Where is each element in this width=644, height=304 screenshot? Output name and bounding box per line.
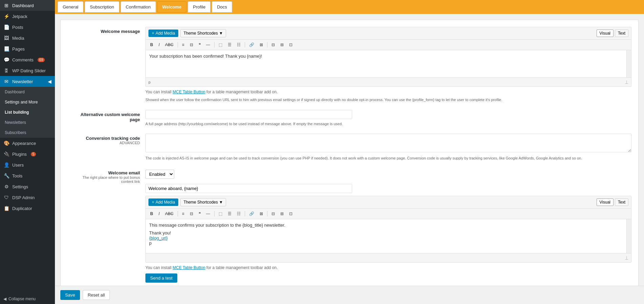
main-content: General Subscription Confirmation Welcom… <box>55 0 644 304</box>
plugins-icon: 🔌 <box>3 151 9 157</box>
sidebar-item-comments[interactable]: 💬 Comments 69 <box>0 54 55 65</box>
editor-footer-1: p ⟂ <box>146 77 631 87</box>
sidebar-item-duplicator[interactable]: 📋 Duplicator <box>0 203 55 214</box>
we-mce-table-button-link[interactable]: MCE Table Button <box>173 265 205 270</box>
fullscreen-button[interactable]: ⊡ <box>287 41 295 49</box>
more-button[interactable]: ⊞ <box>278 41 286 49</box>
sidebar-item-nl-subscribers[interactable]: Subscribers <box>0 128 55 138</box>
welcome-email-editor-body[interactable]: This message confirms your subscription … <box>146 219 631 253</box>
welcome-email-visual-mode-button[interactable]: Visual <box>597 198 613 206</box>
reset-all-button[interactable]: Reset all <box>83 290 110 300</box>
posts-icon: 📄 <box>3 24 9 30</box>
theme-shortcodes-button[interactable]: Theme Shortcodes ▼ <box>180 29 226 37</box>
strikethrough-button[interactable]: ABC <box>163 41 176 49</box>
sidebar-item-jetpack[interactable]: ⚡ Jetpack <box>0 11 55 22</box>
we-table-button[interactable]: ⊟ <box>269 210 277 217</box>
blockquote-button[interactable]: ❝ <box>196 41 203 49</box>
align-left-button[interactable]: ⬚ <box>216 41 225 49</box>
mce-table-button-link[interactable]: MCE Table Button <box>173 90 205 94</box>
we-hr-button[interactable]: — <box>204 210 213 217</box>
we-link-button[interactable]: 🔗 <box>247 210 257 217</box>
sidebar-item-dashboard[interactable]: ⊞ Dashboard <box>0 0 55 11</box>
plus-icon-2: + <box>152 200 154 205</box>
editor-top-left: + Add Media Theme Shortcodes ▼ <box>148 29 226 37</box>
we-align-right-button[interactable]: ☷ <box>235 210 243 217</box>
welcome-email-add-media-button[interactable]: + Add Media <box>148 198 178 206</box>
conversion-tracking-textarea[interactable] <box>145 134 631 152</box>
sidebar-item-pages[interactable]: 📃 Pages <box>0 43 55 54</box>
we-align-center-button[interactable]: ☰ <box>225 210 234 217</box>
welcome-email-line3: {blog_url} <box>149 235 628 241</box>
hr-button[interactable]: — <box>204 41 213 49</box>
editor-mode-buttons: Visual Text <box>597 30 628 37</box>
alternative-welcome-input[interactable] <box>145 110 352 119</box>
toolbar-sep-4 <box>267 42 267 48</box>
we-more-button[interactable]: ⊞ <box>278 210 286 217</box>
welcome-message-editor: + Add Media Theme Shortcodes ▼ Visual Te… <box>145 27 631 87</box>
editor-scrollbar[interactable] <box>626 50 631 77</box>
align-right-button[interactable]: ☷ <box>235 41 243 49</box>
send-test-button[interactable]: Send a test <box>145 273 177 283</box>
welcome-email-text-mode-button[interactable]: Text <box>615 198 628 206</box>
sidebar-item-settings[interactable]: ⚙ Settings <box>0 181 55 192</box>
sidebar-item-media[interactable]: 🖼 Media <box>0 33 55 43</box>
sidebar-item-users[interactable]: 👤 Users <box>0 159 55 170</box>
sidebar-item-nl-dashboard[interactable]: Dashboard <box>0 87 55 97</box>
table-button[interactable]: ⊟ <box>269 41 277 49</box>
sidebar-item-dsp-admin[interactable]: 🛡 DSP Admin <box>0 192 55 203</box>
text-mode-button[interactable]: Text <box>615 30 628 37</box>
we-bold-button[interactable]: B <box>148 210 156 217</box>
unlink-button[interactable]: ⊠ <box>257 41 265 49</box>
sidebar-item-newsletter[interactable]: ✉ Newsletter ◀ <box>0 76 55 87</box>
tab-welcome[interactable]: Welcome <box>157 1 187 13</box>
we-ol-button[interactable]: ⊟ <box>187 210 196 217</box>
sidebar-item-plugins[interactable]: 🔌 Plugins 5 <box>0 149 55 159</box>
sidebar-item-tools[interactable]: 🔧 Tools <box>0 170 55 181</box>
sidebar-item-appearance[interactable]: 🎨 Appearance <box>0 138 55 149</box>
tab-confirmation[interactable]: Confirmation <box>121 1 156 13</box>
footer-actions: Save Reset all <box>55 286 644 304</box>
we-strikethrough-button[interactable]: ABC <box>163 210 176 217</box>
ul-button[interactable]: ≡ <box>180 41 187 49</box>
alternative-welcome-label: Alternative custom welcome page <box>67 110 145 122</box>
welcome-email-theme-shortcodes-button[interactable]: Theme Shortcodes ▼ <box>180 198 226 206</box>
sidebar-item-nl-newsletters[interactable]: Newsletters <box>0 117 55 128</box>
sidebar-item-nl-list-building[interactable]: List building <box>0 107 55 117</box>
welcome-message-editor-body[interactable]: Your subscription has been confirmed! Th… <box>146 50 631 77</box>
tab-docs[interactable]: Docs <box>212 1 232 13</box>
resize-handle[interactable]: ⟂ <box>625 79 628 85</box>
editor-top-bar: + Add Media Theme Shortcodes ▼ Visual Te… <box>146 27 631 40</box>
tab-profile[interactable]: Profile <box>188 1 210 13</box>
we-blockquote-button[interactable]: ❝ <box>196 210 203 217</box>
comments-icon: 💬 <box>3 57 9 62</box>
align-center-button[interactable]: ☰ <box>225 41 234 49</box>
we-unlink-button[interactable]: ⊠ <box>257 210 265 217</box>
welcome-message-content: + Add Media Theme Shortcodes ▼ Visual Te… <box>145 27 631 103</box>
sidebar-item-nl-settings[interactable]: Settings and More <box>0 97 55 107</box>
welcome-email-line4: p <box>149 241 628 246</box>
sidebar-item-posts[interactable]: 📄 Posts <box>0 22 55 33</box>
tab-subscription[interactable]: Subscription <box>85 1 119 13</box>
we-fullscreen-button[interactable]: ⊡ <box>287 210 295 217</box>
we-italic-button[interactable]: I <box>156 210 162 217</box>
toolbar-sep-3 <box>245 42 245 48</box>
bold-button[interactable]: B <box>148 41 156 49</box>
italic-button[interactable]: I <box>156 41 162 49</box>
ol-button[interactable]: ⊟ <box>187 41 196 49</box>
tab-general[interactable]: General <box>58 1 83 13</box>
add-media-button[interactable]: + Add Media <box>148 30 178 37</box>
link-button[interactable]: 🔗 <box>247 41 257 49</box>
save-button[interactable]: Save <box>60 290 80 300</box>
we-align-left-button[interactable]: ⬚ <box>216 210 225 217</box>
welcome-message-text: Your subscription has been confirmed! Th… <box>149 54 628 59</box>
welcome-email-status-select[interactable]: Enabled Disabled <box>145 170 174 179</box>
content-area: Welcome message + Add Media Theme Shor <box>55 14 644 286</box>
welcome-email-editor-scrollbar[interactable] <box>626 219 631 253</box>
we-ul-button[interactable]: ≡ <box>180 210 187 217</box>
welcome-email-subject-input[interactable] <box>145 184 352 193</box>
collapse-menu-btn[interactable]: ◀ Collapse menu <box>0 294 55 304</box>
alternative-welcome-note: A full page address (http://yourblog.com… <box>145 121 631 127</box>
sidebar-item-wp-dating-slider[interactable]: 🎛 WP Dating Slider <box>0 65 55 76</box>
we-resize-handle[interactable]: ⟂ <box>625 255 628 261</box>
visual-mode-button[interactable]: Visual <box>597 30 613 37</box>
